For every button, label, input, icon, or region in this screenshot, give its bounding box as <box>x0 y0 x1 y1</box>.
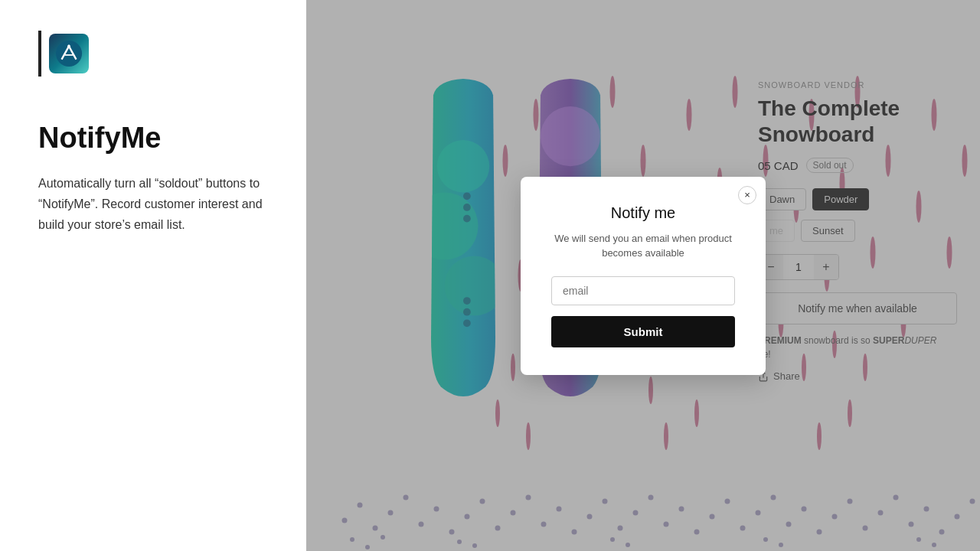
modal-close-button[interactable]: × <box>738 186 756 204</box>
product-background: SNOWBOARD VENDOR The Complete Snowboard … <box>306 0 980 551</box>
logo-section <box>38 31 268 77</box>
email-input[interactable] <box>551 276 735 305</box>
left-panel: NotifyMe Automatically turn all “soldout… <box>0 0 306 551</box>
svg-point-0 <box>56 41 82 67</box>
app-logo <box>49 34 89 73</box>
modal-subtitle: We will send you an email when product b… <box>551 231 735 261</box>
modal-overlay: × Notify me We will send you an email wh… <box>306 0 980 551</box>
vertical-bar <box>38 31 41 77</box>
right-panel: SNOWBOARD VENDOR The Complete Snowboard … <box>306 0 980 551</box>
app-title: NotifyMe <box>38 122 268 155</box>
modal-title: Notify me <box>551 204 735 222</box>
app-description: Automatically turn all “soldout” buttons… <box>38 173 268 236</box>
svg-point-1 <box>67 45 70 48</box>
notify-modal: × Notify me We will send you an email wh… <box>521 177 766 375</box>
modal-submit-button[interactable]: Submit <box>551 316 735 347</box>
